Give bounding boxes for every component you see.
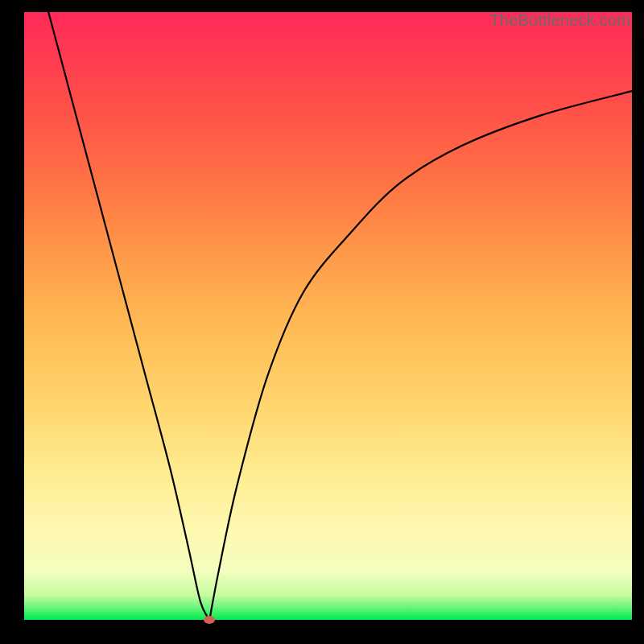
optimum-marker [204,616,215,624]
curve-right [209,91,632,620]
bottleneck-curve [24,12,632,620]
chart-area: TheBottleneck.com [24,12,632,620]
curve-left [48,12,209,620]
